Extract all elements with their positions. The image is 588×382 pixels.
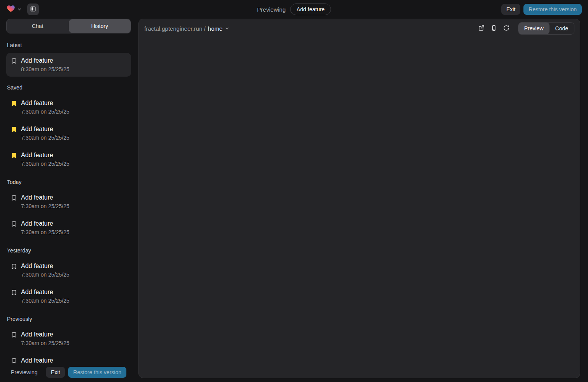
history-item-text: Add feature 7:30am on 25/25/25 — [21, 125, 70, 141]
history-item-text: Add feature 7:30am on 25/25/25 — [21, 331, 70, 347]
history-item-time: 7:30am on 25/25/25 — [21, 340, 70, 347]
bookmark-icon — [11, 221, 17, 236]
history-item-text: Add feature 7:30am on 25/25/25 — [21, 194, 70, 210]
history-item-title: Add feature — [21, 151, 70, 159]
external-link-icon — [478, 25, 485, 32]
sidebar-toggle-button[interactable] — [27, 4, 39, 15]
history-item-text: Add feature 8:30am on 25/25/25 — [21, 57, 70, 73]
history-item[interactable]: Add feature 7:30am on 25/25/25 — [6, 121, 131, 145]
history-item[interactable]: Add feature 7:30am on 25/25/25 — [6, 327, 131, 350]
history-item-time: 7:30am on 25/25/25 — [21, 109, 70, 115]
history-item-text: Add feature 7:30am on 25/25/25 — [21, 262, 70, 278]
history-item[interactable]: Add feature 7:30am on 25/25/25 — [6, 258, 131, 282]
view-mode-tabs: PreviewCode — [518, 22, 574, 35]
history-section-items: Add feature 7:30am on 25/25/25 Add featu… — [6, 95, 131, 171]
mobile-view-button[interactable] — [488, 23, 499, 34]
top-header: Previewing Add feature Exit Restore this… — [0, 0, 588, 19]
header-left — [6, 4, 39, 15]
panel-left-icon — [30, 6, 36, 13]
refresh-button[interactable] — [501, 23, 512, 34]
history-section-items: Add feature 7:30am on 25/25/25 Add featu… — [6, 190, 131, 240]
footer-exit-button[interactable]: Exit — [46, 367, 65, 378]
history-item-time: 7:30am on 25/25/25 — [21, 298, 70, 304]
bookmark-icon — [11, 289, 17, 304]
bookmark-icon — [11, 358, 17, 363]
view-tab-preview[interactable]: Preview — [518, 23, 550, 34]
history-item-time: 7:30am on 25/25/25 — [21, 272, 70, 278]
history-item[interactable]: Add feature 7:30am on 25/25/25 — [6, 216, 131, 240]
history-section-items: Add feature 7:30am on 25/25/25 Add featu… — [6, 327, 131, 363]
history-item-time: 8:30am on 25/25/25 — [21, 66, 70, 73]
history-section: Today Add feature 7:30am on 25/25/25 Add — [6, 179, 131, 240]
history-item[interactable]: Add feature 8:30am on 25/25/25 — [6, 53, 131, 77]
app-window: Previewing Add feature Exit Restore this… — [0, 0, 588, 382]
version-badge: Add feature — [290, 4, 331, 15]
footer-previewing-label: Previewing — [11, 369, 37, 375]
previewing-label: Previewing — [257, 6, 285, 13]
history-item-title: Add feature — [21, 331, 70, 338]
history-item-text: Add feature 7:30am on 25/25/25 — [21, 357, 70, 363]
history-item-title: Add feature — [21, 288, 70, 296]
history-item-time: 7:30am on 25/25/25 — [21, 135, 70, 141]
history-item[interactable]: Add feature 7:30am on 25/25/25 — [6, 353, 131, 363]
history-item[interactable]: Add feature 7:30am on 25/25/25 — [6, 284, 131, 308]
history-item[interactable]: Add feature 7:30am on 25/25/25 — [6, 190, 131, 214]
history-section-label: Previously — [7, 316, 131, 322]
history-item[interactable]: Add feature 7:30am on 25/25/25 — [6, 147, 131, 171]
open-in-new-tab-button[interactable] — [476, 23, 487, 34]
exit-button[interactable]: Exit — [501, 4, 520, 15]
url-dropdown[interactable]: fractal.gptengineer.run / home — [144, 25, 229, 32]
bookmark-icon — [11, 263, 17, 278]
header-actions: Exit Restore this version — [501, 4, 582, 15]
history-section: Latest Add feature 8:30am on 25/25/25 — [6, 42, 131, 77]
history-section: Yesterday Add feature 7:30am on 25/25/25 — [6, 247, 131, 308]
bookmark-icon — [11, 100, 17, 115]
history-section-label: Saved — [7, 84, 131, 91]
lovable-heart-logo — [6, 4, 16, 14]
history-item[interactable]: Add feature 7:30am on 25/25/25 — [6, 95, 131, 119]
bookmark-icon — [11, 195, 17, 210]
chevron-down-icon — [225, 26, 229, 31]
sidebar-tabs: ChatHistory — [6, 19, 131, 33]
bookmark-icon — [11, 58, 17, 73]
history-item-time: 7:30am on 25/25/25 — [21, 229, 70, 236]
smartphone-icon — [491, 25, 497, 32]
tab-chat[interactable]: Chat — [7, 19, 69, 33]
history-item-title: Add feature — [21, 194, 70, 201]
url-prefix: fractal.gptengineer.run / — [144, 25, 206, 32]
history-item-text: Add feature 7:30am on 25/25/25 — [21, 220, 70, 236]
preview-controls: PreviewCode — [476, 22, 574, 35]
bookmark-icon — [11, 332, 17, 347]
history-item-title: Add feature — [21, 262, 70, 270]
history-item-title: Add feature — [21, 125, 70, 133]
bookmark-icon — [11, 126, 17, 141]
history-item-title: Add feature — [21, 220, 70, 227]
restore-version-button[interactable]: Restore this version — [523, 4, 582, 15]
bookmark-icon — [11, 152, 17, 167]
history-section-items: Add feature 8:30am on 25/25/25 — [6, 53, 131, 77]
history-item-title: Add feature — [21, 357, 70, 363]
history-item-time: 7:30am on 25/25/25 — [21, 203, 70, 210]
history-item-text: Add feature 7:30am on 25/25/25 — [21, 151, 70, 167]
tab-history[interactable]: History — [69, 19, 131, 33]
history-item-text: Add feature 7:30am on 25/25/25 — [21, 99, 70, 115]
history-section: Previously Add feature 7:30am on 25/25/2… — [6, 316, 131, 363]
history-item-text: Add feature 7:30am on 25/25/25 — [21, 288, 70, 304]
refresh-icon — [503, 25, 509, 32]
history-item-title: Add feature — [21, 57, 70, 64]
footer-actions: Exit Restore this version — [46, 367, 126, 378]
preview-topbar: fractal.gptengineer.run / home — [139, 19, 580, 38]
history-section-label: Latest — [7, 42, 131, 48]
workspace-switcher[interactable] — [6, 4, 22, 14]
history-item-title: Add feature — [21, 99, 70, 107]
header-status: Previewing Add feature — [257, 4, 331, 15]
view-tab-code[interactable]: Code — [550, 23, 574, 34]
history-list: Latest Add feature 8:30am on 25/25/25 Sa… — [6, 33, 131, 363]
footer-restore-version-button[interactable]: Restore this version — [68, 367, 126, 378]
preview-viewport[interactable] — [139, 38, 580, 378]
history-section: Saved Add feature 7:30am on 25/25/25 Add — [6, 84, 131, 171]
sidebar-footer: Previewing Exit Restore this version — [6, 363, 131, 381]
sidebar: ChatHistory Latest Add feature 8:30am on… — [6, 19, 131, 382]
history-item-time: 7:30am on 25/25/25 — [21, 161, 70, 167]
url-current-page: home — [208, 25, 223, 32]
